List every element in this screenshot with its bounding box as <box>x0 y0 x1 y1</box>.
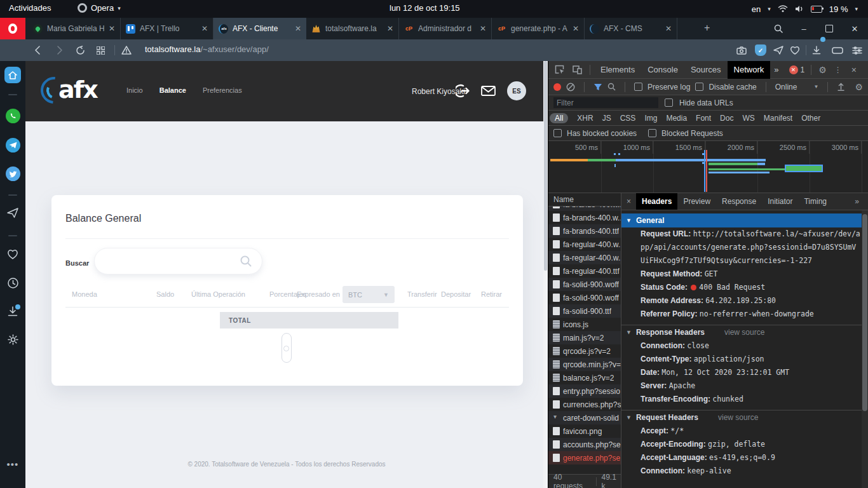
request-row[interactable]: fa-solid-900.woff <box>548 291 621 304</box>
whatsapp-button[interactable] <box>0 109 25 123</box>
request-row[interactable]: fa-solid-900.woff <box>548 278 621 291</box>
devtools-close-icon[interactable]: × <box>846 65 862 75</box>
url-text[interactable]: totalsoftware.la/~afxuser/dev/app/ <box>145 44 269 54</box>
request-row[interactable]: fa-brands-400.w.. <box>548 207 621 211</box>
devtools-tab[interactable]: Console <box>641 61 684 79</box>
name-column-header[interactable]: Name <box>548 193 621 207</box>
type-filter[interactable]: Manifest <box>764 114 792 123</box>
hide-data-urls-checkbox[interactable] <box>665 98 673 107</box>
browser-tab[interactable]: Maria Gabriela H ✕ <box>28 18 121 39</box>
type-filter[interactable]: XHR <box>577 114 593 123</box>
disable-cache-checkbox[interactable] <box>695 83 703 91</box>
search-input[interactable] <box>94 248 262 274</box>
nav-item[interactable]: Preferencias <box>203 86 242 94</box>
general-section-header[interactable]: ▼ General <box>621 214 868 227</box>
request-headers-section-header[interactable]: ▼ Request Headers view source <box>621 410 868 424</box>
my-flow-sidebar-button[interactable] <box>0 208 25 218</box>
request-row[interactable]: fa-regular-400.w.. <box>548 238 621 251</box>
view-source-link[interactable]: view source <box>724 328 764 337</box>
easy-setup-sliders-icon[interactable] <box>850 39 864 61</box>
nav-item[interactable]: Inicio <box>126 86 143 94</box>
browser-tab[interactable]: AFX - CMS ✕ <box>585 18 677 39</box>
vpn-shield-badge[interactable]: ✓ <box>754 39 768 61</box>
downloads-sidebar-button[interactable] <box>0 306 25 316</box>
more-panels-button[interactable]: » <box>770 61 782 79</box>
afx-logo[interactable]: afx <box>41 74 111 109</box>
type-filter[interactable]: Media <box>666 114 687 123</box>
request-row[interactable]: qrcode.js?v=2 <box>548 344 621 358</box>
devtools-settings-gear-icon[interactable]: ⚙ <box>815 65 830 75</box>
devtools-tab[interactable]: Elements <box>594 61 641 79</box>
request-row[interactable]: fa-regular-400.ttf <box>548 264 621 278</box>
more-detail-tabs-icon[interactable]: » <box>855 197 868 206</box>
blocked-requests-checkbox[interactable] <box>648 129 656 137</box>
type-filter[interactable]: Font <box>696 114 711 123</box>
new-tab-button[interactable]: + <box>704 22 710 34</box>
preserve-log-checkbox[interactable] <box>634 83 642 91</box>
currency-select[interactable]: BTC ▼ <box>342 286 395 303</box>
request-row[interactable]: fa-brands-400.w.. <box>548 211 621 224</box>
network-settings-gear-icon[interactable]: ⚙ <box>855 82 863 92</box>
speed-dial-home-button[interactable] <box>0 67 25 83</box>
request-row[interactable]: accounts.php?se <box>548 438 621 451</box>
page-scrollbar[interactable] <box>543 61 548 488</box>
detail-tab[interactable]: Initiator <box>762 193 798 210</box>
inspect-element-icon[interactable] <box>548 65 569 74</box>
tab-close-icon[interactable]: ✕ <box>109 24 115 33</box>
request-row[interactable]: qrcode.min.js?v= <box>548 358 621 371</box>
back-button[interactable] <box>31 39 43 61</box>
bookmarks-heart-button[interactable] <box>0 249 25 259</box>
bookmark-heart-icon[interactable] <box>788 39 802 61</box>
network-search-icon[interactable] <box>607 83 616 91</box>
request-row[interactable]: favicon.png <box>548 424 621 438</box>
filter-funnel-icon[interactable] <box>593 83 602 91</box>
tab-close-icon[interactable]: ✕ <box>573 24 579 33</box>
detail-tab[interactable]: Response <box>716 193 762 210</box>
avatar[interactable]: ES <box>507 81 526 100</box>
request-row[interactable]: fa-regular-400.w.. <box>548 251 621 264</box>
error-badge-icon[interactable]: ✕ <box>789 65 798 74</box>
activities-button[interactable]: Actividades <box>9 3 51 13</box>
reload-button[interactable] <box>74 39 86 61</box>
request-row[interactable]: currencies.php?s <box>548 398 621 411</box>
twitter-button[interactable] <box>0 166 25 181</box>
has-blocked-cookies-checkbox[interactable] <box>553 129 562 137</box>
request-row[interactable]: balance.js?v=2 <box>548 371 621 384</box>
record-network-log-button[interactable] <box>553 83 561 91</box>
nav-item[interactable]: Balance <box>159 86 186 94</box>
request-row[interactable]: icons.js <box>548 318 621 331</box>
opera-app-menu[interactable]: Opera ▾ <box>78 3 121 13</box>
wallet-sidebar-icon[interactable] <box>830 39 845 61</box>
request-row[interactable]: main.js?v=2 <box>548 331 621 344</box>
request-row[interactable]: fa-solid-900.ttf <box>548 304 621 318</box>
throttling-select[interactable]: Online▼ <box>775 83 819 92</box>
response-headers-section-header[interactable]: ▼ Response Headers view source <box>621 325 868 339</box>
sidebar-more-button[interactable]: ••• <box>0 459 25 470</box>
filter-input[interactable]: Filter <box>553 97 658 108</box>
clear-network-log-icon[interactable] <box>566 83 575 92</box>
device-toolbar-icon[interactable] <box>569 65 586 74</box>
browser-tab[interactable]: cP Administrador d ✕ <box>399 18 492 39</box>
devtools-tab[interactable]: Sources <box>684 61 728 79</box>
tab-close-icon[interactable]: ✕ <box>665 24 672 33</box>
detail-tab[interactable]: Preview <box>677 193 716 210</box>
browser-tab[interactable]: totalsoftware.la ✕ <box>306 18 399 39</box>
request-row[interactable]: entry.php?sessio <box>548 384 621 398</box>
system-indicators[interactable]: en ▾ 19 % ▾ <box>752 0 858 18</box>
type-filter[interactable]: Img <box>644 114 657 123</box>
logout-icon[interactable] <box>456 84 470 98</box>
forward-button[interactable] <box>53 39 66 61</box>
downloads-icon[interactable] <box>810 39 824 61</box>
view-source-link[interactable]: view source <box>718 413 758 422</box>
tab-close-icon[interactable]: ✕ <box>201 24 208 33</box>
devtools-tab[interactable]: Network <box>728 61 771 79</box>
browser-tab[interactable]: afx AFX - Cliente ✕ <box>214 18 306 39</box>
tab-close-icon[interactable]: ✕ <box>387 24 393 33</box>
my-flow-icon[interactable] <box>771 39 785 61</box>
network-overview-timeline[interactable]: 500 ms1000 ms1500 ms2000 ms2500 ms3000 m… <box>548 141 868 193</box>
detail-scrollbar[interactable] <box>862 210 868 488</box>
type-filter[interactable]: CSS <box>620 114 636 123</box>
opera-logo-button[interactable] <box>0 18 25 39</box>
close-detail-icon[interactable]: × <box>621 197 636 206</box>
detail-tab[interactable]: Headers <box>636 193 677 210</box>
